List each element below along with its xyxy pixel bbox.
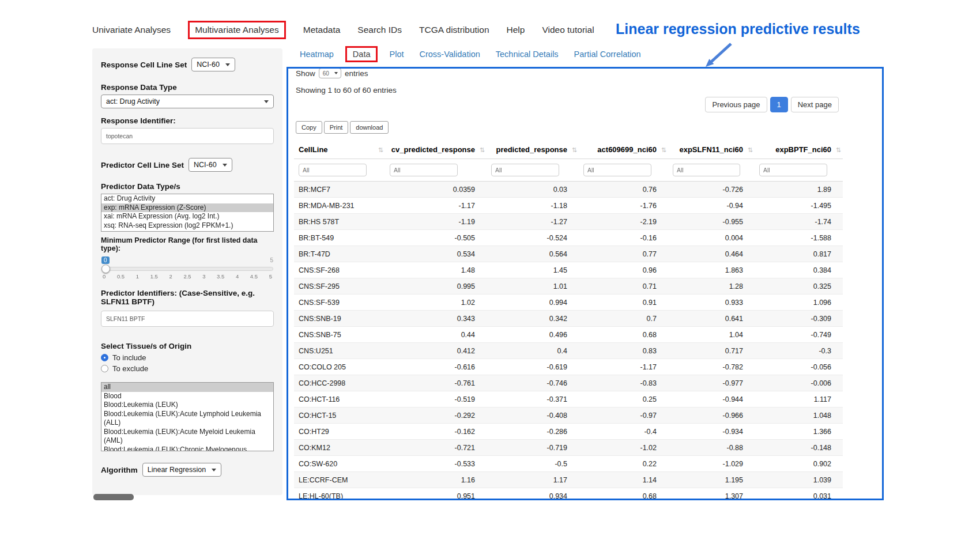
slider-handle[interactable] [101, 265, 110, 273]
page-1-button[interactable]: 1 [770, 97, 788, 112]
tab-data[interactable]: Data [345, 46, 378, 62]
column-header-expslfn11-nci60[interactable]: expSLFN11_nci60⇅ [668, 141, 755, 159]
cell-value: 1.307 [668, 488, 755, 504]
response-identifier-label: Response Identifier: [101, 116, 274, 125]
download-button[interactable]: download [350, 121, 389, 134]
nav-item-help[interactable]: Help [507, 25, 525, 35]
filter-input-act609699-nci60[interactable] [583, 164, 651, 176]
response-identifier-input[interactable] [101, 128, 274, 144]
tab-partial-correlation[interactable]: Partial Correlation [574, 50, 641, 59]
slider-tick-label: 1 [136, 273, 139, 280]
results-table: CellLine⇅cv_predicted_response⇅predicted… [294, 141, 843, 504]
cell-value: 1.45 [487, 262, 579, 278]
entries-count-select[interactable]: 60 [319, 68, 341, 78]
table-row[interactable]: BR:HS 578T-1.19-1.27-2.19-0.955-1.74 [294, 214, 843, 230]
algorithm-value: Linear Regression [148, 466, 206, 474]
filter-input-expslfn11-nci60[interactable] [673, 164, 740, 176]
table-row[interactable]: LE:CCRF-CEM1.161.171.141.1951.039 [294, 472, 843, 488]
filter-input-expbptf-nci60[interactable] [759, 164, 827, 176]
tissue-option-0[interactable]: all [101, 383, 273, 392]
column-header-cellline[interactable]: CellLine⇅ [294, 141, 385, 159]
cell-value: -0.616 [385, 359, 487, 375]
nav-item-metadata[interactable]: Metadata [303, 25, 341, 35]
slider-max-label: 5 [270, 257, 273, 263]
copy-button[interactable]: Copy [296, 121, 322, 134]
cell-value: 0.342 [487, 311, 579, 327]
predictor-type-option-0[interactable]: act: Drug Activity [101, 194, 273, 203]
predictor-data-type-list[interactable]: act: Drug Activityexp: mRNA Expression (… [101, 194, 274, 232]
sort-icon[interactable]: ⇅ [572, 146, 577, 153]
tissue-option-1[interactable]: Blood [101, 392, 273, 401]
filter-input-cellline[interactable] [299, 164, 367, 176]
predictor-identifiers-input[interactable] [101, 311, 274, 327]
sort-icon[interactable]: ⇅ [378, 146, 383, 153]
sort-icon[interactable]: ⇅ [836, 146, 841, 153]
previous-page-button[interactable]: Previous page [705, 97, 767, 112]
table-row[interactable]: CNS:SNB-750.440.4960.681.04-0.749 [294, 327, 843, 343]
cell-value: 0.641 [668, 311, 755, 327]
filter-input-cv-predicted-response[interactable] [390, 164, 458, 176]
tissue-list[interactable]: allBloodBlood:Leukemia (LEUK)Blood:Leuke… [101, 382, 274, 451]
nav-item-multivariate-analyses[interactable]: Multivariate Analyses [188, 21, 286, 39]
table-row[interactable]: CNS:U2510.4120.40.830.717-0.3 [294, 343, 843, 359]
table-row[interactable]: BR:BT-549-0.505-0.524-0.160.004-1.588 [294, 230, 843, 246]
cell-value: 0.004 [668, 230, 755, 246]
table-row[interactable]: LE:HL-60(TB)0.9510.9340.681.3070.031 [294, 488, 843, 504]
table-row[interactable]: CNS:SF-2950.9951.010.711.280.325 [294, 278, 843, 295]
cell-value: -0.934 [668, 424, 755, 440]
tissue-option-2[interactable]: Blood:Leukemia (LEUK) [101, 401, 273, 410]
slider-track[interactable] [101, 267, 273, 271]
tab-cross-validation[interactable]: Cross-Validation [419, 50, 480, 59]
column-header-cv-predicted-response[interactable]: cv_predicted_response⇅ [385, 141, 487, 159]
tab-technical-details[interactable]: Technical Details [496, 50, 559, 59]
table-row[interactable]: CO:HCT-15-0.292-0.408-0.97-0.9661.048 [294, 407, 843, 424]
table-row[interactable]: BR:MDA-MB-231-1.17-1.18-1.76-0.94-1.495 [294, 198, 843, 214]
table-row[interactable]: BR:T-47D0.5340.5640.770.4640.817 [294, 246, 843, 262]
table-row[interactable]: CO:SW-620-0.533-0.50.22-1.0290.902 [294, 456, 843, 472]
annotation-title: Linear regression predictive results [616, 21, 869, 37]
min-predictor-range-slider[interactable]: 0 5 00.511.522.533.544.55 [101, 256, 273, 280]
tissue-origin-label: Select Tissue/s of Origin [101, 342, 274, 350]
table-row[interactable]: CO:HCC-2998-0.761-0.746-0.83-0.977-0.006 [294, 375, 843, 391]
column-header-predicted-response[interactable]: predicted_response⇅ [487, 141, 579, 159]
tab-plot[interactable]: Plot [389, 50, 404, 59]
algorithm-select[interactable]: Linear Regression [142, 463, 221, 477]
predictor-type-option-1[interactable]: exp: mRNA Expression (Z-Score) [101, 203, 273, 213]
tissue-option-5[interactable]: Blood:Leukemia (LEUK):Chronic Myelogenou… [101, 446, 273, 452]
nav-item-tcga-distribution[interactable]: TCGA distribution [419, 25, 489, 35]
cell-value: -0.619 [487, 359, 579, 375]
column-header-act609699-nci60[interactable]: act609699_nci60⇅ [579, 141, 668, 159]
table-row[interactable]: BR:MCF70.03590.030.76-0.7261.89 [294, 182, 843, 198]
filter-input-predicted-response[interactable] [491, 164, 559, 176]
nav-item-search-ids[interactable]: Search IDs [357, 25, 402, 35]
next-page-button[interactable]: Next page [791, 97, 839, 112]
table-row[interactable]: CNS:SF-5391.020.9940.910.9331.096 [294, 295, 843, 311]
sort-icon[interactable]: ⇅ [480, 146, 485, 153]
print-button[interactable]: Print [324, 121, 349, 134]
table-row[interactable]: CO:HT29-0.162-0.286-0.4-0.9341.366 [294, 424, 843, 440]
predictor-type-option-3[interactable]: xsq: RNA-seq Expression (log2 FPKM+1.) [101, 221, 273, 231]
predictor-cell-line-set-select[interactable]: NCI-60 [189, 158, 232, 172]
tissue-option-3[interactable]: Blood:Leukemia (LEUK):Acute Lymphoid Leu… [101, 410, 273, 428]
slider-tick-label: 4 [236, 273, 239, 280]
tissue-radio-to-exclude[interactable]: To exclude [101, 364, 274, 373]
sort-icon[interactable]: ⇅ [748, 146, 753, 153]
tab-heatmap[interactable]: Heatmap [300, 50, 334, 59]
sort-icon[interactable]: ⇅ [661, 146, 666, 153]
response-cell-line-set-select[interactable]: NCI-60 [191, 58, 235, 71]
response-data-type-select[interactable]: act: Drug Activity [101, 95, 274, 108]
table-row[interactable]: CNS:SF-2681.481.450.961.8630.384 [294, 262, 843, 278]
slider-tick-label: 0 [103, 273, 105, 280]
table-row[interactable]: CO:COLO 205-0.616-0.619-1.17-0.782-0.056 [294, 359, 843, 375]
table-row[interactable]: CO:HCT-116-0.519-0.3710.25-0.9441.117 [294, 391, 843, 407]
table-row[interactable]: CO:KM12-0.721-0.719-1.02-0.88-0.148 [294, 440, 843, 456]
tissue-radio-to-include[interactable]: To include [101, 353, 274, 362]
nav-item-univariate-analyses[interactable]: Univariate Analyses [92, 25, 171, 35]
nav-item-video-tutorial[interactable]: Video tutorial [542, 25, 594, 35]
table-row[interactable]: CNS:SNB-190.3430.3420.70.641-0.309 [294, 311, 843, 327]
tissue-option-4[interactable]: Blood:Leukemia (LEUK):Acute Myeloid Leuk… [101, 428, 273, 446]
cell-value: -0.726 [668, 182, 755, 198]
cell-value: 0.902 [755, 456, 843, 472]
column-header-expbptf-nci60[interactable]: expBPTF_nci60⇅ [755, 141, 843, 159]
predictor-type-option-2[interactable]: xai: mRNA Expression (Avg. log2 Int.) [101, 212, 273, 221]
